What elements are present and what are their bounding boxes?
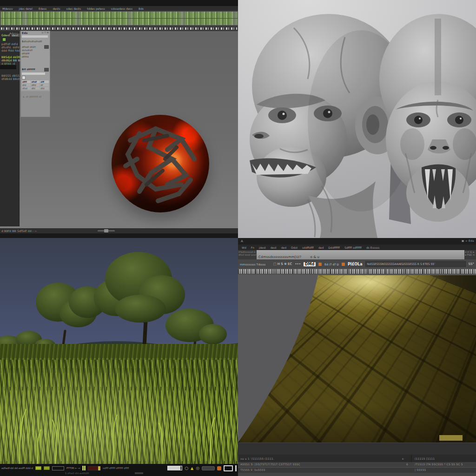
alert-triangle-icon[interactable]: ▲ <box>191 466 193 470</box>
menu-item[interactable]: Edess <box>39 7 47 10</box>
command-mini-icons[interactable]: o & u <box>311 255 320 259</box>
outliner-item-button[interactable]: dest <box>11 33 20 37</box>
row-end-marker: 6 <box>406 463 408 466</box>
table-cell[interactable]: dfd <box>22 84 31 86</box>
table-cell[interactable]: dfd <box>31 87 40 90</box>
tool-row-label: mmsssssss Tdssss <box>240 263 271 266</box>
attribute-editor-panel[interactable]: Eds U T M Bdfsdfsdfsdfsdff dffsdf dfdff … <box>20 31 50 117</box>
command-input-band[interactable]: Cdmssdsssssssssmm[U/? o & u <box>257 250 464 259</box>
tool-path-strip[interactable]: NdSSESSSNSSSSSSAAAEDSSSESSS R S ETES 55' <box>365 261 466 267</box>
table-cell[interactable]: dffd <box>31 84 40 86</box>
menu-item[interactable]: ded <box>281 246 286 249</box>
tool-bold-label: PI£OLa <box>348 262 363 266</box>
panel-empty-row <box>238 473 476 476</box>
playhead-marker[interactable] <box>82 466 86 470</box>
panel-section-title[interactable]: Bff dffffff <box>22 68 45 71</box>
floor-selection-chip <box>439 435 463 441</box>
menu-item[interactable]: sddffdfff <box>302 246 314 249</box>
table-cell[interactable]: dfsd <box>22 87 31 90</box>
circle-icon[interactable]: ○ <box>185 466 188 470</box>
tool-icons[interactable]: ⬚ H S ※ EC <box>273 262 292 266</box>
shelf-row-icons[interactable] <box>0 12 238 18</box>
shelf-row-icons[interactable] <box>0 19 238 25</box>
orange-marker-icon <box>318 263 322 266</box>
target-icon[interactable]: ◎ <box>196 466 199 470</box>
menu-item[interactable]: Fn <box>251 246 254 249</box>
menu-item[interactable]: sdes dests <box>66 7 81 10</box>
panel-section-chip[interactable] <box>44 68 49 72</box>
viewport-background-wedge <box>238 275 350 443</box>
menu-item[interactable]: Wd <box>242 246 246 249</box>
active-tool-chip[interactable]: DMd <box>304 262 316 266</box>
menu-item[interactable]: jdes derel <box>19 7 32 10</box>
viewport-bottom-band <box>238 443 476 455</box>
toolbar-icons-strip[interactable] <box>1 27 237 30</box>
frame-field-yellow-2[interactable] <box>44 466 50 470</box>
command-right-labels: d tf G a a FGC n w <box>464 250 476 259</box>
more-dots-icon[interactable]: ••• <box>295 262 300 266</box>
panel-input-band[interactable] <box>22 73 45 75</box>
progress-bar-red <box>88 466 100 470</box>
command-line-row: 0%dfsssssd U｣ dfsd sssd Lssd Cdmssdsssss… <box>238 250 476 259</box>
toolbar-sub-chip[interactable] <box>135 472 143 474</box>
tab-row-right[interactable]: (11115 [1111 <box>415 457 435 461</box>
quadrant-texture-editor: A ▣ ÷ Eda Wd Fn jdest dest ded Odst sddf… <box>238 238 476 476</box>
menu-item[interactable]: dest <box>271 246 277 249</box>
status-bar: d BBfd BB SdfSdf dd - ~ <box>0 228 238 233</box>
timeline-ruler[interactable] <box>238 269 476 274</box>
app-top-bar: A ▣ ÷ Eda <box>238 238 476 245</box>
collapsed-section-bar[interactable] <box>0 65 16 69</box>
shelf-icon-toolbar[interactable] <box>0 11 238 26</box>
menu-item[interactable]: Dddffffff <box>328 246 340 249</box>
menu-item[interactable]: dests <box>53 7 60 10</box>
menu-item[interactable]: tddes petess <box>87 7 105 10</box>
slider-handle[interactable] <box>104 229 108 232</box>
panel-entry-row[interactable]: A5551 5: [55|T5T1T.T51T C5TT51T 555C 6 /… <box>238 462 476 468</box>
orange-status-icon[interactable] <box>217 466 221 470</box>
panel-checkbox[interactable] <box>22 76 26 79</box>
outliner-panel[interactable]: Adess Gdest dest pdffdf ddfd dfsdfd. ddf… <box>0 31 20 226</box>
topbar-window-icons[interactable]: ▣ ÷ Eda <box>462 239 474 243</box>
edge-handle[interactable] <box>235 465 237 471</box>
orb-tangle-strands <box>112 115 209 212</box>
menu-item[interactable]: Sdffff sdffffff <box>344 246 362 249</box>
frame-field-yellow[interactable] <box>35 466 41 470</box>
status-mini-slider[interactable] <box>98 230 115 231</box>
outliner-item[interactable]: ddd ffdd fdd <box>1 49 20 53</box>
menu-item[interactable]: Bds <box>139 7 144 10</box>
panel-header-icons[interactable]: U T M <box>42 32 49 34</box>
quadrant-3d-editor: Mdessv jdes derel Edess dests sdes dests… <box>0 0 238 238</box>
panel-entry-row[interactable]: T5555 5' 5x5555 | 55555 <box>238 468 476 473</box>
tab-row-left[interactable]: va u 1 '/111155 (1111. <box>240 457 274 461</box>
table-cell[interactable]: dfd <box>40 87 49 90</box>
menu-item[interactable]: ds Esssss <box>366 246 379 249</box>
monitor-display-icon[interactable] <box>224 465 233 471</box>
landscape-render <box>0 238 238 476</box>
menu-item[interactable]: Odst <box>291 246 298 249</box>
timeline-nav-text[interactable]: PTTIM ← → <box>66 467 80 469</box>
table-cell[interactable]: df <box>40 84 49 86</box>
outliner-item[interactable]: dfdBdd BBdSS <box>1 78 22 81</box>
input-spinner[interactable] <box>180 466 182 470</box>
tool-segment-text[interactable]: Ed /7 d? D <box>324 263 339 266</box>
menu-item[interactable]: ded <box>318 246 324 249</box>
menu-item[interactable]: sdssedess dess <box>111 7 132 10</box>
panel-field-band[interactable] <box>22 35 48 38</box>
toolbar-status-text: adfadf-dd dd asdff ddd-dd <box>1 467 33 469</box>
value-input-box[interactable] <box>167 466 182 470</box>
panel-thumb-chip[interactable] <box>44 45 49 49</box>
panel-lower-area: a. df dffffffff df <box>21 91 50 117</box>
menu-item[interactable]: Mdessv <box>2 7 13 10</box>
dropdown-box[interactable] <box>202 466 215 470</box>
table-header-cell: dfff <box>22 80 31 83</box>
menu-item[interactable]: jdest <box>259 246 266 249</box>
panel-row: dsfsdfsff <box>22 49 33 52</box>
toolbar-subtext: S dffadf dfd asdffdfff <box>65 472 89 475</box>
panel-row: dffsdf dfdff <box>22 46 36 49</box>
texture-viewport[interactable] <box>238 275 476 443</box>
add-tab-button[interactable]: + <box>402 457 404 461</box>
panel-tab-row: va u 1 '/111155 (1111. + (11115 [1111 <box>238 456 476 462</box>
outliner-item-selected[interactable]: Gdest dest <box>1 34 20 37</box>
empty-field[interactable] <box>52 466 64 470</box>
quadrant-sculpt-render <box>238 0 476 238</box>
